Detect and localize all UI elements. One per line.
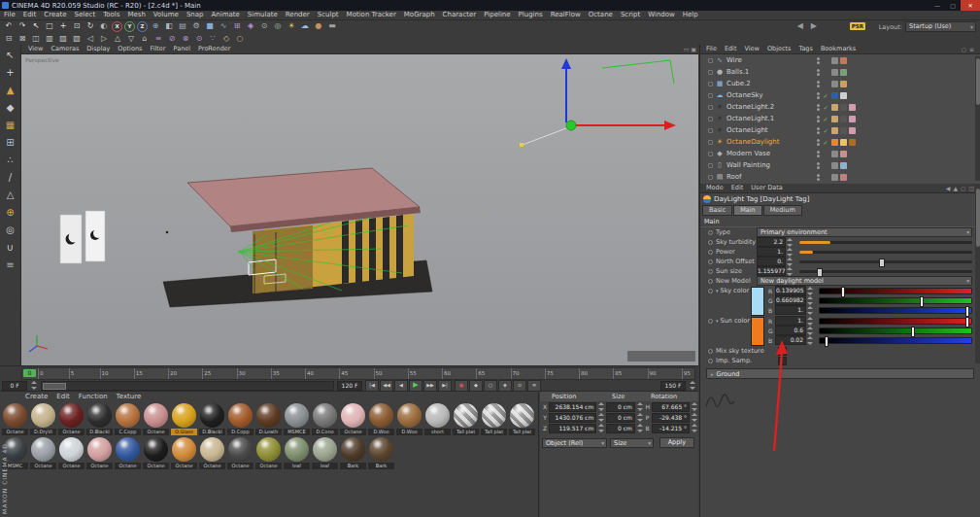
object-name[interactable]: OctaneLight.1 — [727, 115, 774, 122]
spinner[interactable] — [598, 424, 605, 432]
object-row[interactable]: ☀ OctaneLight ✓ — [700, 124, 980, 136]
keyframe-button[interactable]: ◈ — [498, 380, 512, 392]
tag-icon[interactable] — [831, 174, 838, 181]
enabled-check-icon[interactable]: ✓ — [822, 174, 829, 181]
toolbar-icon[interactable]: ■ — [204, 20, 216, 32]
viewport-menu-item[interactable]: ProRender — [195, 45, 233, 53]
hierarchy-toggle[interactable] — [708, 140, 713, 145]
channel-value-input[interactable]: 1. — [775, 305, 806, 315]
material-sphere[interactable] — [228, 437, 253, 462]
viewport-menu-item[interactable]: Options — [115, 45, 145, 53]
channel-value-input[interactable]: 0.660982 — [775, 295, 806, 305]
menu-item[interactable]: Volume — [150, 11, 183, 19]
object-row[interactable]: ☀ OctaneLight.1 ✓ — [700, 113, 980, 124]
material-sphere[interactable] — [200, 437, 224, 462]
material-sphere[interactable] — [144, 437, 168, 462]
toolbar-icon[interactable]: ⊘ — [166, 33, 178, 45]
palette-tool-icon[interactable]: ▲ — [3, 83, 18, 98]
toolbar-icon[interactable]: ⊕ — [150, 20, 161, 32]
toolbar-icon[interactable]: ▬ — [326, 20, 338, 32]
sun-color-swatch[interactable] — [751, 317, 764, 346]
sky-color-swatch[interactable] — [751, 287, 764, 316]
tag-icon[interactable] — [831, 57, 838, 64]
toolbar-icon[interactable]: ↷ — [17, 20, 28, 32]
tag-icon[interactable] — [831, 127, 838, 134]
menu-item[interactable]: Tools — [99, 11, 123, 19]
hierarchy-toggle[interactable] — [708, 175, 713, 180]
object-row[interactable]: ☀ OctaneLight.2 ✓ — [700, 101, 980, 113]
material-item[interactable]: Octane — [58, 437, 84, 469]
menu-item[interactable]: Edit — [19, 11, 41, 19]
material-sphere[interactable] — [482, 403, 506, 428]
toolbar-icon[interactable]: △ — [112, 33, 123, 45]
size-input[interactable]: 0 cm — [606, 413, 635, 423]
palette-tool-icon[interactable]: + — [3, 65, 18, 81]
transport-button[interactable]: ▶▶ — [423, 380, 437, 392]
material-item[interactable]: Octane — [340, 403, 366, 435]
material-sphere[interactable] — [59, 437, 84, 462]
material-item[interactable]: Octane — [171, 437, 197, 469]
material-sphere[interactable] — [31, 403, 55, 428]
spinner[interactable] — [692, 402, 698, 411]
hierarchy-toggle[interactable] — [708, 93, 713, 98]
visibility-dots[interactable] — [817, 127, 820, 134]
toolbar-icon[interactable]: ↖ — [30, 20, 42, 32]
toolbar-icon[interactable]: ▥ — [44, 33, 55, 45]
material-sphere[interactable] — [31, 437, 55, 462]
tag-icon[interactable] — [840, 162, 847, 169]
object-row[interactable]: ☁ OctaneSky ✓ — [700, 89, 980, 101]
toolbar-icon[interactable]: ☁ — [299, 20, 311, 32]
tag-icon[interactable] — [840, 81, 847, 87]
importance-sampling-checkbox[interactable] — [778, 357, 787, 365]
material-sphere[interactable] — [87, 403, 112, 428]
visibility-dots[interactable] — [817, 174, 820, 181]
material-item[interactable]: Octane — [115, 437, 141, 469]
object-name[interactable]: Wall Painting — [727, 161, 770, 169]
nav-arrow-icon[interactable]: ◀ — [794, 20, 806, 32]
visibility-dots[interactable] — [817, 57, 820, 64]
timeline-ruler[interactable]: 05101520253035404550556065707580859095 0 — [21, 367, 695, 380]
toolbar-icon[interactable]: ◁ — [84, 33, 96, 45]
material-item[interactable]: Octane — [255, 437, 282, 469]
tag-icon[interactable] — [840, 116, 847, 122]
material-sphere[interactable] — [256, 403, 281, 428]
sun-size-input[interactable]: 1.155977 — [757, 266, 786, 276]
rotation-input[interactable]: 67.665 ° — [652, 402, 690, 412]
menu-item[interactable]: Render — [282, 11, 314, 19]
viewport-menu-item[interactable]: Panel — [171, 45, 194, 53]
menu-item[interactable]: File — [0, 11, 19, 19]
menu-item[interactable]: Pipeline — [480, 11, 514, 19]
apply-button[interactable]: Apply — [659, 437, 694, 448]
material-item[interactable]: Tall plat — [481, 403, 507, 435]
tag-icon[interactable] — [831, 69, 838, 76]
transport-button[interactable]: |◀ — [365, 380, 379, 392]
material-item[interactable]: Octane — [2, 403, 28, 435]
object-mode-dropdown[interactable]: Object (Rel) — [542, 438, 607, 448]
hierarchy-toggle[interactable] — [708, 128, 713, 133]
channel-value-input[interactable]: 0.6 — [775, 326, 806, 335]
enabled-check-icon[interactable]: ✓ — [822, 81, 829, 87]
material-sphere[interactable] — [59, 403, 84, 428]
power-input[interactable]: 1. — [757, 247, 786, 257]
toolbar-icon[interactable]: ∿ — [218, 20, 229, 32]
viewport-canvas[interactable]: Perspective — [21, 54, 698, 366]
viewport-menu-item[interactable]: View — [25, 45, 46, 53]
material-item[interactable]: O.Glass — [171, 403, 197, 435]
search-icon[interactable]: ○ — [961, 184, 965, 192]
maximize-button[interactable]: ▢ — [945, 0, 961, 11]
current-frame-input[interactable]: 0 F — [2, 381, 27, 391]
material-sphere[interactable] — [397, 403, 422, 428]
visibility-dots[interactable] — [817, 92, 820, 99]
channel-gradient-slider[interactable] — [819, 337, 972, 344]
toolbar-icon[interactable]: Z — [137, 21, 148, 32]
material-sphere[interactable] — [116, 437, 140, 462]
material-sphere[interactable] — [200, 403, 224, 428]
size-input[interactable]: 0 cm — [606, 402, 635, 412]
material-item[interactable]: Bark — [340, 437, 366, 469]
tag-icon[interactable] — [849, 151, 856, 157]
material-item[interactable]: MSMCE — [284, 403, 310, 435]
minimize-button[interactable]: — — [929, 0, 945, 11]
menu-item[interactable]: Snap — [183, 11, 208, 19]
object-manager-menu-item[interactable]: Objects — [764, 45, 794, 53]
enabled-check-icon[interactable]: ✓ — [822, 104, 829, 111]
